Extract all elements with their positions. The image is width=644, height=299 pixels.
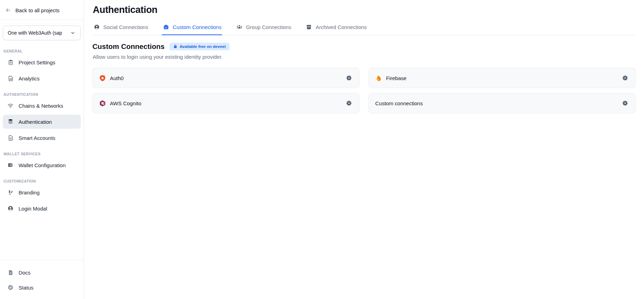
card-left: AWS Cognito	[99, 100, 344, 107]
tab-label: Custom Connections	[173, 24, 221, 30]
main-content: Authentication Social Connections	[84, 0, 644, 299]
tab-custom-connections[interactable]: Custom Connections	[162, 21, 222, 35]
sidebar-item-label: Docs	[19, 270, 30, 276]
section-header: Custom Connections Available free on dev…	[92, 42, 636, 51]
section-label-authentication: AUTHENTICATION	[4, 92, 80, 97]
id-badge-icon	[162, 23, 169, 30]
database-icon	[7, 118, 14, 125]
tab-archived-connections[interactable]: Archived Connections	[305, 21, 368, 35]
auth0-logo	[99, 74, 106, 81]
page-title: Authentication	[93, 5, 636, 15]
section-label-general: GENERAL	[4, 49, 80, 53]
card-label: Firebase	[386, 75, 406, 81]
card-aws-cognito[interactable]: AWS Cognito	[92, 93, 359, 113]
sidebar-item-smart-accounts[interactable]: Smart Accounts	[3, 131, 81, 145]
archive-icon	[306, 23, 313, 30]
card-left: Auth0	[99, 74, 344, 81]
tab-group-connections[interactable]: Group Connections	[235, 21, 292, 35]
project-selector[interactable]: One with Web3Auth (sap	[3, 26, 81, 40]
sidebar-item-login-modal[interactable]: Login Modal	[3, 201, 81, 215]
sidebar-item-label: Branding	[19, 190, 40, 195]
card-firebase[interactable]: Firebase	[369, 68, 636, 88]
section-title: Custom Connections	[92, 42, 164, 51]
card-label: AWS Cognito	[110, 100, 141, 106]
sidebar-item-docs[interactable]: Docs	[3, 265, 81, 279]
sidebar: Back to all projects One with Web3Auth (…	[0, 0, 84, 299]
card-left: Firebase	[375, 74, 621, 81]
analytics-icon	[7, 75, 14, 82]
sidebar-item-label: Authentication	[19, 119, 52, 125]
doc-icon	[7, 269, 14, 276]
devnet-badge: Available free on devnet	[169, 43, 230, 50]
back-label: Back to all projects	[15, 7, 59, 13]
connections-grid: Auth0	[92, 68, 636, 113]
sidebar-item-label: Chains & Networks	[19, 103, 63, 109]
card-label: Custom connections	[375, 100, 423, 106]
card-label: Auth0	[110, 75, 124, 81]
sidebar-footer: Docs Status	[0, 260, 84, 299]
badge-label: Available free on devnet	[180, 44, 226, 49]
wallet-icon	[7, 162, 14, 169]
wifi-icon	[7, 102, 14, 109]
tab-label: Social Connections	[103, 24, 148, 30]
sidebar-item-wallet-configuration[interactable]: Wallet Configuration	[3, 158, 81, 172]
custom-connections-settings-gear-icon[interactable]	[621, 99, 630, 108]
chevron-down-icon	[69, 29, 76, 36]
user-circle-icon	[93, 23, 100, 30]
sidebar-item-label: Analytics	[19, 76, 40, 81]
aws-cognito-settings-gear-icon[interactable]	[344, 99, 354, 108]
brush-icon	[7, 189, 14, 196]
users-icon	[236, 23, 243, 30]
sidebar-item-status[interactable]: Status	[3, 280, 81, 294]
back-arrow-icon	[5, 7, 12, 14]
sidebar-item-label: Smart Accounts	[19, 135, 55, 141]
back-to-projects-link[interactable]: Back to all projects	[0, 0, 84, 20]
sidebar-item-label: Status	[19, 285, 34, 291]
card-custom-connections[interactable]: Custom connections	[369, 93, 636, 113]
tab-bar: Social Connections Custom Connections	[92, 21, 636, 35]
tab-label: Group Connections	[246, 24, 291, 30]
sidebar-item-branding[interactable]: Branding	[3, 185, 81, 199]
sidebar-item-label: Project Settings	[19, 59, 55, 65]
sidebar-item-chains-networks[interactable]: Chains & Networks	[3, 99, 81, 113]
sidebar-item-label: Wallet Configuration	[19, 162, 66, 168]
aws-cognito-logo	[99, 100, 106, 107]
firebase-settings-gear-icon[interactable]	[621, 73, 630, 83]
section-subtitle: Allow users to login using your existing…	[93, 54, 636, 60]
sidebar-item-analytics[interactable]: Analytics	[3, 71, 81, 85]
sidebar-item-label: Login Modal	[19, 206, 47, 212]
file-icon	[7, 134, 14, 141]
project-selector-value: One with Web3Auth (sap	[8, 30, 62, 36]
check-circle-icon	[7, 284, 14, 291]
user-circle-icon	[7, 205, 14, 212]
firebase-logo	[375, 74, 382, 81]
tab-social-connections[interactable]: Social Connections	[92, 21, 149, 35]
auth0-settings-gear-icon[interactable]	[344, 73, 354, 83]
card-left: Custom connections	[375, 100, 621, 106]
lock-icon	[173, 44, 177, 49]
tab-label: Archived Connections	[316, 24, 367, 30]
section-label-wallet-services: WALLET SERVICES	[4, 152, 80, 156]
section-label-customization: CUSTOMIZATION	[4, 179, 80, 183]
clipboard-icon	[7, 59, 14, 66]
sidebar-item-project-settings[interactable]: Project Settings	[3, 55, 81, 69]
card-auth0[interactable]: Auth0	[92, 68, 359, 88]
sidebar-item-authentication[interactable]: Authentication	[3, 115, 81, 129]
